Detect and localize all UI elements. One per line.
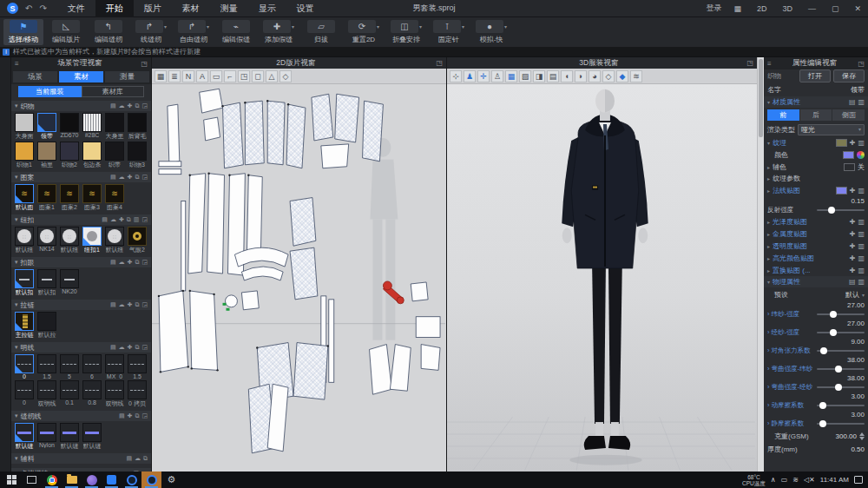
material-item[interactable]: ≋图案4	[104, 184, 125, 212]
folder-icon[interactable]: ▤	[110, 301, 116, 308]
collapse-caret-icon[interactable]: ▾	[15, 174, 18, 181]
folder-icon[interactable]: ▤	[102, 216, 108, 223]
copy-icon[interactable]: ⧉	[143, 455, 148, 462]
collapse-caret-icon[interactable]: ▾	[15, 259, 18, 266]
texture-section-label[interactable]: 纹理	[773, 138, 786, 148]
dropdown-caret-icon[interactable]: ▾	[419, 23, 422, 30]
clock[interactable]: 11:41 AM	[820, 476, 849, 484]
network-icon[interactable]: ≋	[792, 476, 799, 484]
layout-icon[interactable]: ▦	[730, 4, 745, 13]
mannequin-icon[interactable]: ♟	[464, 70, 476, 82]
ruler-icon[interactable]: ⌐	[224, 70, 236, 82]
material-item[interactable]: ∷默认纽	[59, 227, 80, 254]
map-row-label[interactable]: 光泽度贴图	[773, 217, 807, 227]
section-header-明线[interactable]: ▾明线▤☁✚⧉◲	[11, 342, 151, 353]
corner-icon[interactable]: ◲	[141, 174, 148, 181]
slider-track[interactable]	[817, 386, 865, 388]
copy-icon[interactable]: ⧉	[135, 259, 139, 266]
thickness-value[interactable]: 0.50	[851, 445, 865, 453]
taskbar-file-explorer-icon[interactable]	[62, 472, 82, 488]
slider-knob[interactable]	[819, 402, 826, 409]
ribbon-select-move-button[interactable]: ⚑选择/移动	[3, 19, 43, 45]
material-item[interactable]: 默认扣	[36, 269, 57, 297]
material-item[interactable]: 默认缝	[59, 423, 80, 451]
section-header-纽扣[interactable]: ▾纽扣▤☁✚⧉▥◲	[11, 214, 151, 225]
material-item[interactable]: 织物3	[127, 142, 148, 169]
preset-select[interactable]: 默认	[845, 290, 859, 300]
menu-版片[interactable]: 版片	[134, 0, 172, 17]
physics-folder-icon[interactable]: ▤	[849, 278, 856, 286]
ribbon-edit-sewing-button[interactable]: ↰编辑缝纫	[89, 19, 128, 45]
section-header-织物[interactable]: ▾织物▤☁✚⧉◲	[11, 101, 151, 111]
steam-icon[interactable]: △	[266, 70, 278, 82]
slider-knob[interactable]	[835, 384, 842, 391]
copy-icon[interactable]: ⧉	[135, 412, 139, 419]
cloud-icon[interactable]: ☁	[119, 174, 125, 181]
material-item[interactable]: ∷默认纽	[104, 227, 125, 254]
save-button[interactable]: 保存	[833, 69, 865, 82]
view2d-popout-icon[interactable]: ◳	[436, 59, 443, 67]
subtab-素材库[interactable]: 素材库	[82, 86, 145, 97]
folder-icon[interactable]: ▤	[110, 259, 116, 266]
material-section-label[interactable]: 材质属性	[773, 97, 800, 107]
add-normal-map-icon[interactable]: ✚	[850, 187, 856, 195]
physics-slider-row[interactable]: 27.00› 纬纱-强度	[764, 301, 868, 320]
ribbon-edit-pattern-button[interactable]: ◺编辑版片	[46, 19, 86, 45]
texture-swatch[interactable]	[836, 139, 847, 147]
add-map-icon[interactable]: ✚	[850, 230, 856, 238]
copy-icon[interactable]: ⧉	[135, 344, 139, 351]
delete-map-icon[interactable]: ▥	[858, 230, 865, 238]
garment-a-icon[interactable]: ◖	[561, 70, 573, 82]
toggle-3d-button[interactable]: 3D	[779, 4, 796, 13]
cloud-icon[interactable]: ☁	[119, 102, 125, 109]
lasso-icon[interactable]: ◇	[279, 70, 292, 82]
slider-knob[interactable]	[820, 347, 827, 354]
subcolor-toggle[interactable]: 关	[858, 162, 865, 172]
plus-icon[interactable]: ✚	[128, 412, 133, 419]
material-item[interactable]: ∷NK14	[36, 227, 57, 254]
reflect-slider[interactable]: 0.15 反射强度	[764, 197, 868, 215]
undo-button[interactable]: ↶	[22, 3, 36, 13]
material-item[interactable]: 0.8	[82, 380, 102, 408]
cloud-icon[interactable]: ☁	[119, 301, 125, 308]
subtab-当前服装[interactable]: 当前服装	[18, 86, 82, 97]
piece-icon[interactable]: ◻	[252, 70, 264, 82]
material-item[interactable]: 双明线	[36, 380, 57, 408]
ribbon-fold-arrange-button[interactable]: ◫▾折叠安排	[386, 19, 426, 45]
garment-c-icon[interactable]: ◕	[589, 70, 601, 82]
material-item[interactable]: ZD670	[59, 113, 80, 141]
slider-track[interactable]	[817, 332, 865, 333]
slider-knob[interactable]	[819, 420, 826, 427]
dropdown-caret-icon[interactable]: ▾	[292, 23, 294, 30]
slider-track[interactable]	[817, 423, 865, 425]
arrange-icon[interactable]: ⊹	[450, 70, 462, 82]
toggle-2d-button[interactable]: 2D	[753, 4, 771, 13]
close-button[interactable]: ✕	[851, 4, 865, 13]
pins-icon[interactable]: ✛	[477, 70, 490, 82]
rect-icon[interactable]: ▭	[210, 70, 222, 82]
subcolor-label[interactable]: 辅色	[773, 162, 786, 172]
material-item[interactable]: 1.5	[36, 354, 57, 379]
physics-slider-row[interactable]: 38.00› 弯曲强度-经纱	[764, 374, 868, 392]
material-item[interactable]: 袖里	[36, 142, 57, 169]
folder-icon[interactable]: ▤	[110, 174, 116, 181]
map-row-label[interactable]: 高光颜色贴图	[773, 254, 814, 263]
material-view-tab-侧面[interactable]: 侧面	[832, 109, 865, 121]
section-header-拉链[interactable]: ▾拉链▤☁✚⧉◲	[11, 300, 151, 310]
fabric-view-icon[interactable]: ▨	[519, 70, 531, 82]
garment-icon[interactable]: ◳	[238, 70, 250, 82]
taskbar-settings-icon[interactable]: ⚙	[161, 472, 181, 488]
cpu-temp-widget[interactable]: 68°CCPU温度	[742, 474, 766, 486]
folder-icon[interactable]: ▤	[126, 455, 132, 462]
material-item[interactable]: 默认缝	[14, 423, 35, 451]
dropdown-caret-icon[interactable]: ▾	[207, 23, 209, 30]
minimize-button[interactable]: —	[805, 4, 819, 13]
material-item[interactable]: ≋图案2	[59, 184, 80, 212]
material-item[interactable]: ∷默认纽	[14, 227, 35, 254]
delete-map-icon[interactable]: ▥	[858, 242, 865, 250]
login-button[interactable]: 登录	[706, 3, 721, 14]
material-item[interactable]: 默认缝	[82, 423, 102, 451]
corner-icon[interactable]: ◲	[141, 102, 148, 109]
folder-icon[interactable]: ▤	[119, 412, 125, 419]
cloud-icon[interactable]: ☁	[135, 455, 141, 462]
